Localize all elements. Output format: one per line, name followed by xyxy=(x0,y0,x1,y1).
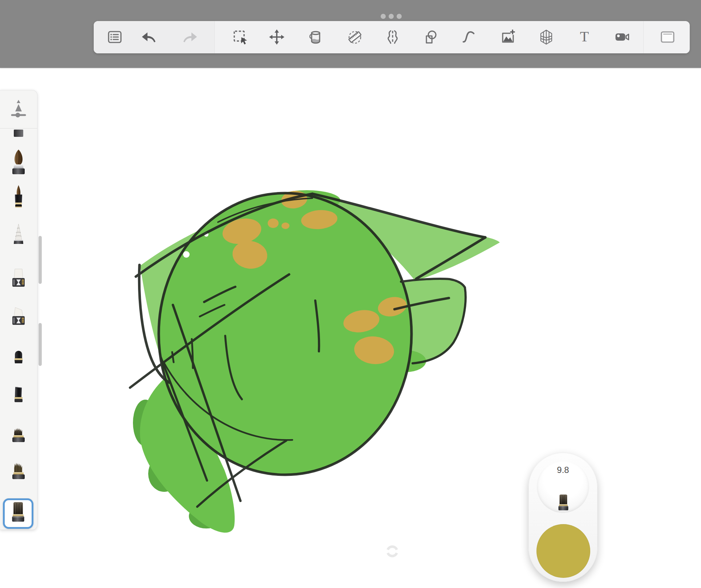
drag-dots-icon[interactable] xyxy=(381,14,402,19)
brush-ink-liner[interactable] xyxy=(7,184,30,213)
brush-size-color-widget[interactable]: 9.8 xyxy=(528,453,597,582)
symmetry-icon xyxy=(384,28,401,46)
redo-button[interactable] xyxy=(179,26,200,48)
ruler-icon xyxy=(346,28,364,46)
sidebar-scrollbar-segment[interactable] xyxy=(39,236,42,284)
import-image-button[interactable] xyxy=(497,26,518,48)
symmetry-button[interactable] xyxy=(382,26,403,48)
brush-tall-bristle[interactable] xyxy=(7,461,30,490)
sync-icon xyxy=(386,545,399,558)
wide-flat-bristle-icon xyxy=(7,500,29,527)
curve-button[interactable] xyxy=(458,26,479,48)
text-icon: T xyxy=(576,28,593,46)
shapes-icon xyxy=(422,28,439,46)
brush-angled-marker[interactable] xyxy=(7,304,30,333)
brush-short-bristle[interactable] xyxy=(7,424,30,453)
move-arrows-icon xyxy=(268,28,285,46)
fill-button[interactable] xyxy=(305,26,326,48)
brush-flat-charcoal[interactable] xyxy=(7,383,30,412)
brush-flat-marker[interactable] xyxy=(7,266,30,295)
video-camera-icon xyxy=(613,28,631,46)
sidebar-scrollbar-segment[interactable] xyxy=(39,323,42,366)
brush-size-value: 9.8 xyxy=(537,465,589,475)
ruler-button[interactable] xyxy=(344,26,365,48)
layers-button[interactable] xyxy=(104,26,125,48)
brush-watercolor-round[interactable] xyxy=(7,148,30,177)
brush-settings-icon xyxy=(8,98,29,120)
perspective-grid-icon xyxy=(538,28,555,46)
brush-partially-scrolled[interactable] xyxy=(14,130,23,137)
image-plus-icon xyxy=(499,28,516,46)
redo-arrow-icon xyxy=(181,28,199,46)
top-header-bar: T xyxy=(0,0,701,68)
select-button[interactable] xyxy=(230,26,251,48)
brush-pastel-pencil[interactable] xyxy=(7,222,30,252)
curve-icon xyxy=(460,28,477,46)
perspective-button[interactable] xyxy=(536,26,557,48)
main-toolbar: T xyxy=(94,21,689,53)
undo-arrow-icon xyxy=(140,28,158,46)
canvas-format-button[interactable] xyxy=(657,26,678,48)
brush-round-crayon[interactable] xyxy=(7,345,30,374)
paint-jar-icon xyxy=(307,28,324,46)
shapes-button[interactable] xyxy=(420,26,441,48)
brush-settings-button[interactable] xyxy=(8,98,29,120)
canvas-frame-icon xyxy=(659,28,676,46)
list-icon xyxy=(106,28,123,46)
move-button[interactable] xyxy=(266,26,287,48)
sidebar-divider xyxy=(0,128,37,128)
brush-wide-flat-bristle-selected[interactable] xyxy=(3,498,33,529)
drawing-canvas-artwork[interactable] xyxy=(109,145,545,544)
record-button[interactable] xyxy=(612,26,633,48)
text-button[interactable]: T xyxy=(574,26,595,48)
svg-text:T: T xyxy=(580,28,589,45)
undo-button[interactable] xyxy=(138,26,159,48)
color-swatch[interactable] xyxy=(536,524,590,578)
wide-flat-bristle-icon xyxy=(555,491,572,517)
marquee-select-icon xyxy=(231,28,249,46)
brush-sidebar xyxy=(0,90,37,530)
